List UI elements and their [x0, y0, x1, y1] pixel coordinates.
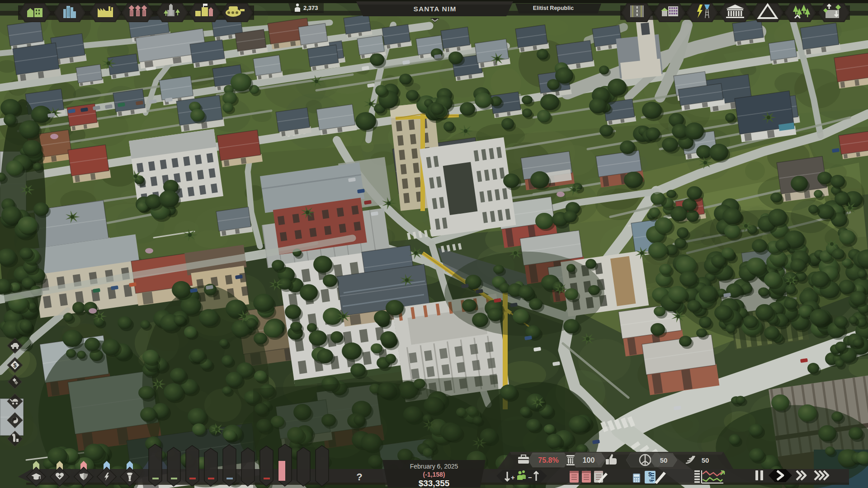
svg-text:February 6, 2025: February 6, 2025 [410, 463, 458, 470]
svg-text:2,373: 2,373 [303, 5, 318, 11]
svg-text:75.8%: 75.8% [538, 456, 558, 464]
svg-text:(-1,158): (-1,158) [423, 471, 445, 478]
svg-text:$: $ [13, 362, 17, 369]
svg-text:Elitist Republic: Elitist Republic [533, 5, 574, 11]
svg-text:50: 50 [660, 456, 668, 464]
svg-text:−: − [528, 474, 532, 481]
svg-text:SANTA NIM: SANTA NIM [413, 5, 456, 13]
svg-text:50: 50 [702, 456, 709, 464]
svg-text:$33,355: $33,355 [419, 479, 450, 488]
svg-text:?: ? [356, 471, 362, 483]
svg-text:%: % [649, 479, 653, 483]
svg-text:$: $ [648, 471, 652, 478]
svg-text:+: + [511, 474, 515, 481]
svg-text:100: 100 [583, 456, 595, 464]
